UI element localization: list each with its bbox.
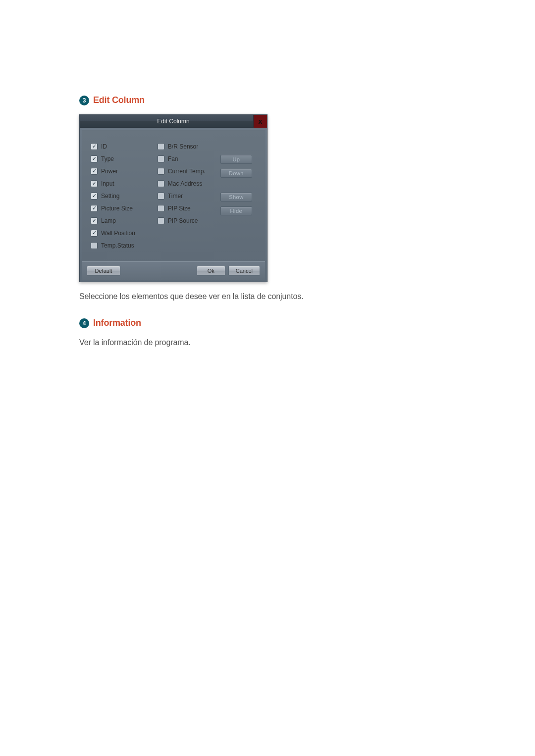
check-row-type[interactable]: ✓ Type bbox=[91, 154, 153, 163]
check-label: PIP Source bbox=[168, 217, 198, 224]
check-row-pip-size[interactable]: ✓ PIP Size bbox=[158, 204, 215, 212]
badge-3-icon: 3 bbox=[79, 96, 89, 105]
checkbox-icon[interactable]: ✓ bbox=[158, 205, 164, 212]
checkbox-icon[interactable]: ✓ bbox=[91, 180, 98, 187]
up-button[interactable]: Up bbox=[220, 155, 252, 164]
down-button[interactable]: Down bbox=[220, 169, 252, 178]
close-button[interactable]: x bbox=[253, 115, 267, 128]
checkbox-icon[interactable]: ✓ bbox=[91, 230, 98, 237]
ok-button[interactable]: Ok bbox=[197, 266, 225, 276]
checklist-left: ✓ ID ✓ Type ✓ Power ✓ Input bbox=[91, 142, 153, 250]
checkbox-icon[interactable]: ✓ bbox=[91, 155, 98, 162]
check-label: Picture Size bbox=[101, 205, 133, 212]
edit-column-caption: Seleccione los elementos que desee ver e… bbox=[79, 292, 456, 301]
show-button[interactable]: Show bbox=[220, 193, 252, 202]
edit-column-dialog: Edit Column x ✓ ID ✓ Type bbox=[79, 114, 268, 282]
checkbox-icon[interactable]: ✓ bbox=[91, 168, 98, 175]
checkbox-icon[interactable]: ✓ bbox=[158, 217, 164, 224]
dialog-title: Edit Column bbox=[157, 118, 189, 125]
check-label: Fan bbox=[168, 155, 178, 162]
check-label: PIP Size bbox=[168, 205, 191, 212]
checkbox-icon[interactable]: ✓ bbox=[158, 155, 164, 162]
check-label: Input bbox=[101, 180, 114, 187]
default-button[interactable]: Default bbox=[87, 266, 120, 276]
check-row-br-sensor[interactable]: ✓ B/R Sensor bbox=[158, 142, 215, 151]
check-label: Timer bbox=[168, 193, 183, 200]
check-label: Setting bbox=[101, 193, 119, 200]
check-row-lamp[interactable]: ✓ Lamp bbox=[91, 216, 153, 225]
check-row-id[interactable]: ✓ ID bbox=[91, 142, 153, 151]
checkbox-icon[interactable]: ✓ bbox=[91, 143, 98, 150]
check-row-current-temp[interactable]: ✓ Current Temp. bbox=[158, 167, 215, 175]
check-label: B/R Sensor bbox=[168, 143, 198, 150]
side-button-column: Up Down Show Hide bbox=[220, 155, 258, 250]
checkbox-icon[interactable]: ✓ bbox=[91, 242, 98, 249]
checkbox-icon[interactable]: ✓ bbox=[91, 205, 98, 212]
check-label: ID bbox=[101, 143, 107, 150]
hide-button[interactable]: Hide bbox=[220, 206, 252, 215]
cancel-button[interactable]: Cancel bbox=[228, 266, 260, 276]
check-row-timer[interactable]: ✓ Timer bbox=[158, 192, 215, 200]
dialog-footer: Default Ok Cancel bbox=[82, 261, 265, 280]
dialog-titlebar: Edit Column x bbox=[80, 115, 267, 128]
check-label: Type bbox=[101, 155, 114, 162]
information-text: Ver la información de programa. bbox=[79, 338, 456, 347]
checkbox-icon[interactable]: ✓ bbox=[91, 217, 98, 224]
check-row-fan[interactable]: ✓ Fan bbox=[158, 154, 215, 163]
badge-4-icon: 4 bbox=[79, 318, 89, 328]
section-title-edit-column: Edit Column bbox=[93, 95, 145, 105]
checkbox-icon[interactable]: ✓ bbox=[158, 143, 164, 150]
section-title-information: Information bbox=[93, 318, 141, 328]
check-row-input[interactable]: ✓ Input bbox=[91, 179, 153, 188]
check-label: Mac Address bbox=[168, 180, 202, 187]
checklist-mid: ✓ B/R Sensor ✓ Fan ✓ Current Temp. ✓ Mac… bbox=[158, 142, 215, 250]
check-label: Lamp bbox=[101, 217, 116, 224]
checkbox-icon[interactable]: ✓ bbox=[158, 193, 164, 200]
check-label: Wall Position bbox=[101, 230, 135, 237]
check-row-pip-source[interactable]: ✓ PIP Source bbox=[158, 216, 215, 225]
checkbox-icon[interactable]: ✓ bbox=[91, 193, 98, 200]
check-row-picture-size[interactable]: ✓ Picture Size bbox=[91, 204, 153, 212]
section-heading-edit-column: 3 Edit Column bbox=[79, 95, 456, 105]
check-row-setting[interactable]: ✓ Setting bbox=[91, 192, 153, 200]
check-row-mac-address[interactable]: ✓ Mac Address bbox=[158, 179, 215, 188]
check-row-temp-status[interactable]: ✓ Temp.Status bbox=[91, 241, 153, 250]
section-heading-information: 4 Information bbox=[79, 318, 456, 328]
checkbox-icon[interactable]: ✓ bbox=[158, 168, 164, 175]
check-label: Current Temp. bbox=[168, 168, 206, 175]
check-row-power[interactable]: ✓ Power bbox=[91, 167, 153, 175]
check-label: Power bbox=[101, 168, 118, 175]
check-label: Temp.Status bbox=[101, 242, 134, 249]
check-row-wall-position[interactable]: ✓ Wall Position bbox=[91, 229, 153, 237]
checkbox-icon[interactable]: ✓ bbox=[158, 180, 164, 187]
close-icon: x bbox=[259, 117, 263, 125]
